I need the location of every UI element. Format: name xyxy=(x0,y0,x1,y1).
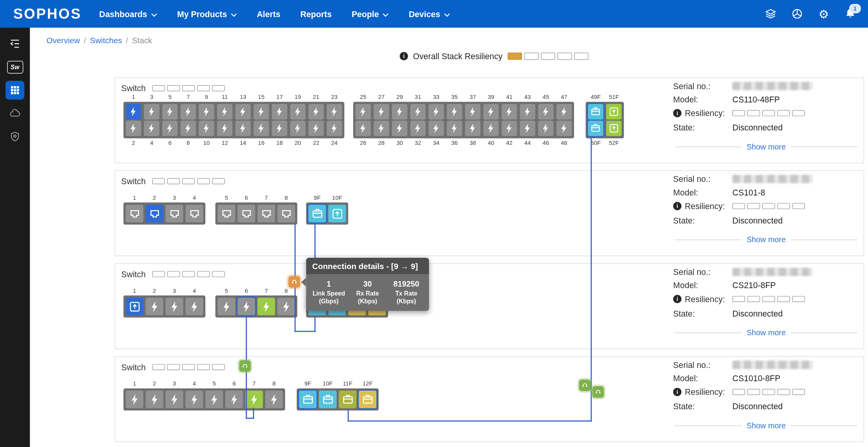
port-3[interactable] xyxy=(144,104,159,120)
port-30[interactable] xyxy=(392,121,408,136)
port-10F[interactable] xyxy=(328,205,346,222)
nav-item-devices[interactable]: Devices xyxy=(409,9,450,18)
settings-gear-icon[interactable]: ⚙ xyxy=(817,7,830,20)
port-1[interactable] xyxy=(126,391,143,408)
port-35[interactable] xyxy=(447,104,462,120)
nav-item-my-products[interactable]: My Products xyxy=(177,9,237,18)
port-13[interactable] xyxy=(235,104,251,120)
port-2[interactable] xyxy=(146,205,163,222)
port-5[interactable] xyxy=(217,297,235,315)
port-23[interactable] xyxy=(327,104,342,120)
port-4[interactable] xyxy=(144,121,159,136)
port-5[interactable] xyxy=(162,104,178,120)
port-31[interactable] xyxy=(410,104,426,120)
port-3[interactable] xyxy=(166,205,183,222)
nav-item-alerts[interactable]: Alerts xyxy=(257,9,280,18)
show-more-link[interactable]: Show more xyxy=(746,235,786,244)
port-36[interactable] xyxy=(447,121,462,136)
port-34[interactable] xyxy=(428,121,444,136)
port-24[interactable] xyxy=(327,121,342,136)
port-10[interactable] xyxy=(199,121,214,136)
notifications-bell-icon[interactable]: 1 xyxy=(844,7,857,20)
connection-endpoint-icon[interactable] xyxy=(288,276,300,288)
port-37[interactable] xyxy=(465,104,481,120)
breadcrumb-item-overview[interactable]: Overview xyxy=(46,36,80,45)
port-10F[interactable] xyxy=(319,391,336,408)
nav-item-people[interactable]: People xyxy=(352,9,389,18)
port-39[interactable] xyxy=(483,104,499,120)
port-27[interactable] xyxy=(374,104,389,120)
port-5[interactable] xyxy=(217,205,235,222)
port-12[interactable] xyxy=(217,121,233,136)
port-8[interactable] xyxy=(278,297,295,315)
port-14[interactable] xyxy=(235,121,251,136)
port-52F[interactable] xyxy=(606,121,622,136)
port-22[interactable] xyxy=(308,121,324,136)
port-26[interactable] xyxy=(355,121,371,136)
sidebar-item-apps-grid[interactable] xyxy=(5,81,24,99)
connection-endpoint-icon[interactable] xyxy=(579,380,591,391)
port-1[interactable] xyxy=(126,104,141,120)
info-icon[interactable]: i xyxy=(673,109,681,117)
port-3[interactable] xyxy=(166,297,183,315)
port-21[interactable] xyxy=(308,104,324,120)
port-7[interactable] xyxy=(257,205,275,222)
port-42[interactable] xyxy=(502,121,517,136)
port-45[interactable] xyxy=(538,104,554,120)
port-32[interactable] xyxy=(410,121,426,136)
nav-item-dashboards[interactable]: Dashboards xyxy=(99,9,157,18)
connection-endpoint-icon[interactable] xyxy=(592,386,604,398)
port-4[interactable] xyxy=(186,205,203,222)
port-29[interactable] xyxy=(392,104,408,120)
port-6[interactable] xyxy=(225,391,243,408)
info-icon[interactable]: i xyxy=(400,52,408,60)
port-25[interactable] xyxy=(355,104,371,120)
port-49F[interactable] xyxy=(588,104,603,120)
port-38[interactable] xyxy=(465,121,481,136)
port-40[interactable] xyxy=(483,121,499,136)
port-4[interactable] xyxy=(186,297,203,315)
port-9F[interactable] xyxy=(308,205,326,222)
port-1[interactable] xyxy=(126,297,143,315)
port-28[interactable] xyxy=(374,121,389,136)
port-8[interactable] xyxy=(180,121,196,136)
nav-item-reports[interactable]: Reports xyxy=(301,9,332,18)
info-icon[interactable]: i xyxy=(673,295,681,303)
port-7[interactable] xyxy=(257,297,275,315)
port-6[interactable] xyxy=(162,121,178,136)
port-8[interactable] xyxy=(265,391,283,408)
port-1[interactable] xyxy=(126,205,143,222)
connection-endpoint-icon[interactable] xyxy=(239,360,251,372)
port-9F[interactable] xyxy=(299,391,316,408)
port-5[interactable] xyxy=(205,391,223,408)
port-47[interactable] xyxy=(556,104,572,120)
port-12F[interactable] xyxy=(359,391,376,408)
port-20[interactable] xyxy=(290,121,306,136)
port-44[interactable] xyxy=(520,121,536,136)
sidebar-item-switches[interactable]: Sw xyxy=(5,58,24,76)
port-6[interactable] xyxy=(237,205,255,222)
port-33[interactable] xyxy=(428,104,444,120)
port-2[interactable] xyxy=(146,297,163,315)
sidebar-item-security[interactable] xyxy=(5,127,24,146)
port-18[interactable] xyxy=(272,121,287,136)
port-3[interactable] xyxy=(166,391,183,408)
port-50F[interactable] xyxy=(588,121,603,136)
port-17[interactable] xyxy=(272,104,287,120)
segmented-circle-icon[interactable] xyxy=(790,7,804,20)
sidebar-item-cloud[interactable] xyxy=(5,104,24,123)
port-2[interactable] xyxy=(146,391,163,408)
port-51F[interactable] xyxy=(606,104,622,120)
port-43[interactable] xyxy=(520,104,536,120)
port-6[interactable] xyxy=(237,297,255,315)
port-19[interactable] xyxy=(290,104,306,120)
port-15[interactable] xyxy=(253,104,269,120)
info-icon[interactable]: i xyxy=(673,388,681,396)
port-7[interactable] xyxy=(180,104,196,120)
port-46[interactable] xyxy=(538,121,554,136)
port-9[interactable] xyxy=(199,104,214,120)
port-4[interactable] xyxy=(186,391,203,408)
port-11[interactable] xyxy=(217,104,233,120)
port-16[interactable] xyxy=(253,121,269,136)
port-41[interactable] xyxy=(502,104,517,120)
